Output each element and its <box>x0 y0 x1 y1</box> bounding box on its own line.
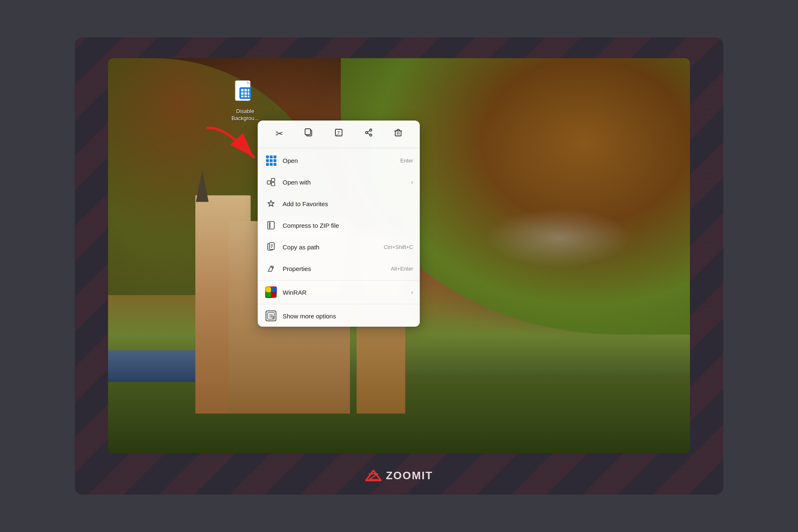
add-favorites-icon <box>264 197 278 210</box>
share-button[interactable] <box>360 125 378 143</box>
svg-rect-8 <box>241 96 244 97</box>
open-with-icon <box>264 175 278 189</box>
cut-icon: ✂ <box>276 128 283 139</box>
desktop-screenshot: Disable Backgrou... ✂ <box>108 58 690 453</box>
context-menu-toolbar: ✂ T <box>258 121 420 148</box>
open-label: Open <box>283 157 397 164</box>
zoomit-logo-icon <box>365 468 382 483</box>
properties-icon <box>264 262 278 275</box>
compress-zip-label: Compress to ZIP file <box>283 222 413 229</box>
zoomit-text: ZOOMIT <box>386 469 433 482</box>
copy-path-icon <box>264 240 278 254</box>
svg-rect-10 <box>248 96 249 97</box>
svg-rect-9 <box>244 96 247 97</box>
svg-rect-43 <box>266 287 271 292</box>
svg-rect-13 <box>305 129 310 135</box>
copy-button[interactable] <box>300 125 318 143</box>
show-more-divider <box>258 304 420 304</box>
file-icon-svg <box>232 79 259 106</box>
svg-point-41 <box>271 266 273 268</box>
zoomit-logo-mark <box>365 468 382 483</box>
menu-item-properties[interactable]: Properties Alt+Enter <box>258 258 420 279</box>
winrar-divider-top <box>258 280 420 281</box>
show-more-icon <box>264 309 278 323</box>
menu-item-copy-path[interactable]: Copy as path Ctrl+Shift+C <box>258 236 420 258</box>
svg-rect-2 <box>241 89 244 91</box>
svg-point-51 <box>272 316 274 318</box>
svg-rect-26 <box>271 178 275 182</box>
castle-tower-cap-left <box>196 169 209 202</box>
delete-icon <box>394 128 403 140</box>
svg-rect-44 <box>271 287 276 292</box>
svg-rect-4 <box>248 89 249 91</box>
toolbar-divider <box>258 148 420 149</box>
icon-label: Disable Backgrou... <box>229 108 262 122</box>
properties-shortcut: Alt+Enter <box>391 266 413 272</box>
menu-item-winrar[interactable]: WinRAR › <box>258 281 420 303</box>
svg-rect-45 <box>266 292 271 297</box>
svg-line-28 <box>271 180 271 182</box>
svg-rect-6 <box>244 92 247 95</box>
svg-rect-7 <box>248 92 249 95</box>
menu-item-show-more[interactable]: Show more options <box>258 305 420 327</box>
mist-cloud <box>486 208 632 268</box>
desktop-icon[interactable]: Disable Backgrou... <box>229 79 262 122</box>
svg-point-16 <box>369 129 372 131</box>
share-icon <box>364 128 373 140</box>
svg-line-19 <box>367 131 370 132</box>
winrar-icon <box>264 286 278 299</box>
svg-rect-46 <box>271 292 276 297</box>
context-menu: ✂ T <box>258 121 420 327</box>
svg-rect-5 <box>241 92 244 95</box>
menu-item-open[interactable]: Open Enter <box>258 150 420 171</box>
copy-path-shortcut: Ctrl+Shift+C <box>384 244 413 250</box>
open-shortcut: Enter <box>400 158 413 164</box>
open-with-label: Open with <box>283 179 408 186</box>
svg-rect-25 <box>267 181 271 184</box>
file-icon <box>232 79 259 106</box>
show-more-label: Show more options <box>283 313 413 320</box>
rename-icon: T <box>334 128 343 140</box>
outer-frame: Disable Backgrou... ✂ <box>75 37 723 495</box>
svg-rect-21 <box>395 131 401 136</box>
svg-rect-3 <box>244 89 247 91</box>
copy-icon <box>304 128 313 140</box>
menu-item-compress-zip[interactable]: Compress to ZIP file <box>258 214 420 236</box>
delete-button[interactable] <box>389 125 407 143</box>
svg-rect-30 <box>268 222 274 229</box>
properties-label: Properties <box>283 265 387 272</box>
add-favorites-label: Add to Favorites <box>283 200 413 207</box>
open-icon <box>264 154 278 167</box>
menu-item-add-favorites[interactable]: Add to Favorites <box>258 193 420 214</box>
svg-point-18 <box>365 132 367 134</box>
rename-button[interactable]: T <box>330 125 348 143</box>
svg-rect-27 <box>271 182 275 186</box>
copy-path-label: Copy as path <box>283 244 380 251</box>
winrar-label: WinRAR <box>283 289 408 296</box>
menu-item-open-with[interactable]: Open with › <box>258 171 420 193</box>
cut-button[interactable]: ✂ <box>270 125 288 143</box>
compress-zip-icon <box>264 219 278 232</box>
svg-line-20 <box>367 133 370 135</box>
open-with-arrow: › <box>411 179 413 185</box>
svg-text:T: T <box>337 131 340 135</box>
svg-point-17 <box>369 134 372 136</box>
winrar-arrow: › <box>411 289 413 296</box>
zoomit-branding: ZOOMIT <box>365 468 433 483</box>
